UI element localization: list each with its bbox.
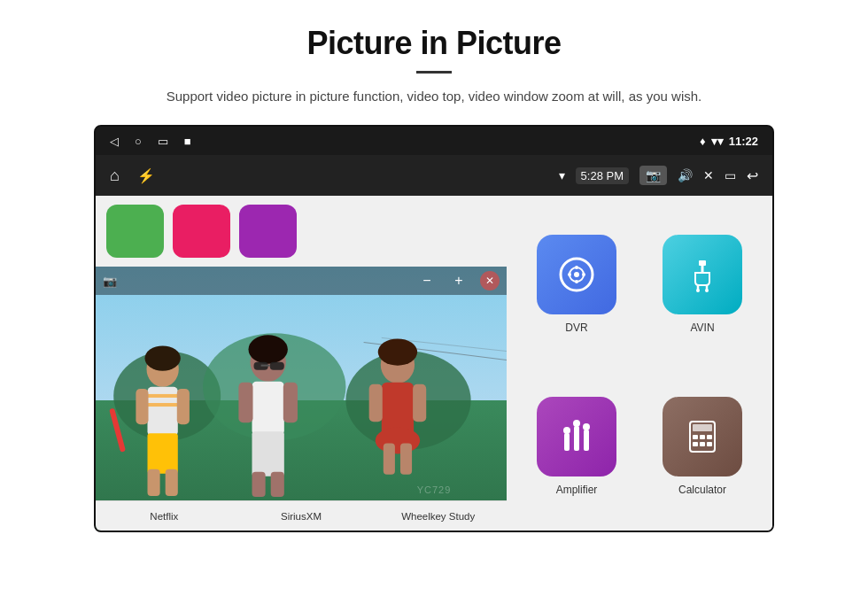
pip-icon[interactable]: ▭ [725, 168, 736, 182]
calculator-label: Calculator [678, 484, 726, 496]
signal-icon: ▾▾ [711, 135, 724, 148]
status-bar-right: ♦ ▾▾ 11:22 [700, 135, 758, 148]
status-time: 11:22 [729, 135, 758, 148]
location-icon: ♦ [700, 135, 706, 148]
home-icon[interactable]: ⌂ [110, 167, 120, 185]
pip-minimize-btn[interactable]: − [416, 270, 438, 291]
svg-point-39 [568, 273, 571, 276]
svg-point-38 [575, 280, 578, 283]
avin-app-icon[interactable]: AVIN [643, 206, 762, 361]
avin-label: AVIN [690, 321, 714, 334]
back-icon[interactable]: ◁ [110, 135, 119, 148]
dvr-svg [557, 255, 596, 294]
app-icons-row [96, 196, 507, 267]
svg-rect-57 [700, 435, 705, 439]
page-title: Picture in Picture [306, 25, 561, 62]
camera-icon[interactable]: 📷 [639, 166, 667, 185]
svg-point-53 [583, 423, 590, 430]
video-pip-controls: − + ✕ [416, 270, 500, 291]
left-panel: 📷 − + ✕ ⏮ ⏪ ⏩ [96, 196, 507, 532]
calculator-app-icon[interactable]: Calculator [643, 368, 762, 523]
svg-rect-58 [707, 435, 712, 439]
svg-rect-42 [699, 260, 706, 266]
netflix-bottom-label: Netflix [96, 511, 233, 522]
amplifier-label: Amplifier [556, 484, 598, 496]
recents-icon[interactable]: ▭ [158, 135, 168, 148]
svg-rect-59 [693, 442, 698, 446]
page-wrapper: Picture in Picture Support video picture… [0, 0, 868, 532]
usb-icon[interactable]: ⚡ [137, 167, 155, 184]
video-camera-icon: 📷 [103, 275, 117, 288]
svg-rect-56 [693, 435, 698, 439]
watermark: YC729 [417, 484, 452, 495]
wheelkey-bottom-label: Wheelkey Study [369, 511, 507, 522]
device-frame: ◁ ○ ▭ ■ ♦ ▾▾ 11:22 ⌂ ⚡ ▾ 5:28 PM 📷 🔊 [94, 125, 774, 532]
status-bar-left: ◁ ○ ▭ ■ [110, 135, 191, 148]
svg-point-51 [563, 427, 570, 434]
dvr-app-icon[interactable]: DVR [517, 206, 636, 361]
svg-point-52 [573, 420, 580, 427]
back-arrow-icon[interactable]: ↩ [747, 167, 758, 184]
toolbar-left: ⌂ ⚡ [110, 167, 155, 185]
calculator-icon-box [663, 397, 742, 476]
pip-close-btn[interactable]: ✕ [480, 271, 500, 291]
svg-point-47 [705, 289, 709, 292]
dvr-label: DVR [565, 321, 587, 334]
bottom-labels-bar: Netflix SiriusXM Wheelkey Study [96, 500, 507, 531]
status-bar: ◁ ○ ▭ ■ ♦ ▾▾ 11:22 [96, 127, 772, 155]
svg-rect-60 [700, 442, 705, 446]
avin-svg [683, 255, 722, 294]
svg-rect-61 [707, 442, 712, 446]
avin-icon-box [663, 235, 742, 314]
dvr-icon-box [537, 235, 616, 314]
right-panel: DVR [507, 196, 772, 532]
app-toolbar: ⌂ ⚡ ▾ 5:28 PM 📷 🔊 ✕ ▭ ↩ [96, 155, 772, 196]
svg-point-40 [582, 273, 585, 276]
calculator-svg [683, 417, 722, 456]
home-circle-icon[interactable]: ○ [135, 135, 142, 148]
pip-expand-btn[interactable]: + [448, 270, 469, 291]
svg-point-37 [575, 266, 578, 269]
netflix-icon-small[interactable] [106, 205, 164, 258]
bookmark-icon[interactable]: ■ [184, 135, 191, 148]
close-x-icon[interactable]: ✕ [703, 168, 714, 182]
amplifier-app-icon[interactable]: Amplifier [517, 368, 636, 523]
toolbar-right: ▾ 5:28 PM 📷 🔊 ✕ ▭ ↩ [559, 166, 758, 185]
amplifier-icon-box [537, 397, 616, 476]
svg-rect-50 [584, 430, 589, 451]
title-divider [416, 71, 452, 74]
wifi-icon: ▾ [559, 168, 565, 182]
svg-point-46 [696, 289, 700, 292]
svg-rect-48 [564, 433, 570, 451]
svg-rect-55 [693, 424, 712, 431]
svg-rect-49 [574, 426, 579, 451]
siriusxm-icon-small[interactable] [173, 205, 230, 258]
main-content: 📷 − + ✕ ⏮ ⏪ ⏩ [96, 196, 772, 532]
wheelkey-icon-small[interactable] [239, 205, 297, 258]
volume-icon[interactable]: 🔊 [678, 168, 693, 182]
svg-point-41 [574, 272, 579, 277]
toolbar-time: 5:28 PM [576, 167, 629, 184]
siriusxm-bottom-label: SiriusXM [233, 511, 370, 522]
amplifier-svg [557, 417, 596, 456]
page-subtitle: Support video picture in picture functio… [167, 86, 701, 107]
video-top-bar: 📷 − + ✕ [96, 267, 507, 295]
